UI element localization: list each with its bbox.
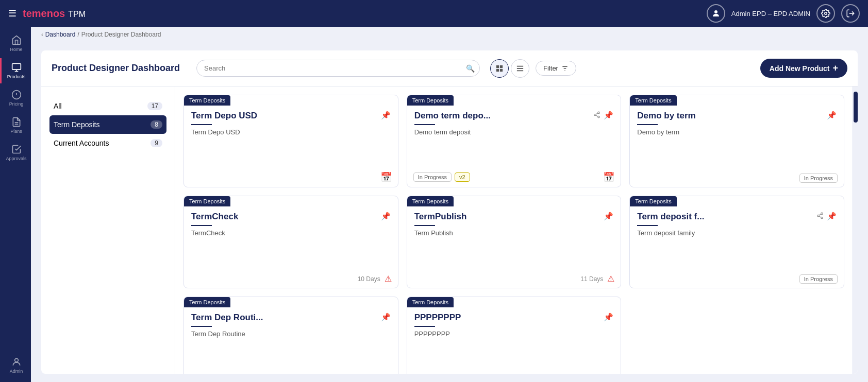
filter-term-deposits[interactable]: Term Deposits 8 bbox=[49, 115, 166, 134]
filter-current-count: 9 bbox=[151, 139, 162, 147]
pin-icon[interactable]: 📌 bbox=[604, 212, 613, 221]
filter-term-count: 8 bbox=[151, 120, 162, 129]
card-header-row: PPPPPPPP 📌 bbox=[414, 312, 614, 323]
card-termpublish[interactable]: Term Deposits TermPublish 📌 Term Publish… bbox=[407, 196, 622, 288]
svg-point-22 bbox=[598, 112, 600, 114]
card-tag: Term Deposits bbox=[407, 297, 454, 307]
card-desc: PPPPPPPP bbox=[414, 330, 614, 374]
content-area: Product Designer Dashboard 🔍 Filter bbox=[31, 42, 868, 382]
card-divider bbox=[414, 124, 435, 125]
sidebar-item-plans[interactable]: Plans bbox=[0, 113, 31, 138]
scroll-thumb bbox=[854, 92, 858, 123]
svg-line-25 bbox=[596, 115, 598, 116]
pin-icon[interactable]: 📌 bbox=[381, 111, 391, 120]
filter-term-label: Term Deposits bbox=[54, 120, 99, 129]
card-footer: In Progress v2 📅 bbox=[407, 168, 621, 187]
svg-rect-13 bbox=[500, 65, 503, 67]
card-divider bbox=[414, 326, 435, 327]
search-input[interactable] bbox=[196, 60, 480, 77]
card-demo-term-depo[interactable]: Term Deposits Demo term depo... 📌 bbox=[407, 95, 622, 187]
card-body: Demo term depo... 📌 Demo term deposit bbox=[407, 106, 621, 168]
user-label: Admin EPD – EPD ADMIN bbox=[731, 10, 810, 18]
svg-rect-14 bbox=[496, 68, 499, 71]
svg-point-27 bbox=[821, 213, 823, 215]
card-divider bbox=[191, 124, 212, 125]
card-pppppppp[interactable]: Term Deposits PPPPPPPP 📌 PPPPPPPP bbox=[407, 297, 622, 374]
card-body: PPPPPPPP 📌 PPPPPPPP bbox=[407, 307, 621, 374]
svg-point-29 bbox=[821, 217, 823, 219]
card-title: Demo by term bbox=[637, 111, 695, 121]
pin-icon[interactable]: 📌 bbox=[604, 312, 613, 322]
add-new-label: Add New Product bbox=[770, 64, 830, 73]
svg-point-11 bbox=[14, 358, 18, 362]
card-body: Term Dep Routi... 📌 Term Dep Routine bbox=[184, 307, 398, 374]
svg-rect-15 bbox=[500, 68, 503, 71]
filter-button[interactable]: Filter bbox=[536, 61, 576, 76]
breadcrumb: ‹ Dashboard / Product Designer Dashboard bbox=[31, 27, 868, 42]
days-text: 10 Days bbox=[358, 275, 380, 283]
vertical-scrollbar[interactable] bbox=[853, 86, 858, 374]
sidebar-item-pricing[interactable]: Pricing bbox=[0, 85, 31, 111]
logout-icon[interactable] bbox=[841, 4, 860, 23]
breadcrumb-sep: / bbox=[77, 31, 79, 38]
card-term-deposit-family[interactable]: Term Deposits Term deposit f... 📌 bbox=[629, 196, 844, 288]
filter-all[interactable]: All 17 bbox=[49, 97, 166, 115]
pin-icon[interactable]: 📌 bbox=[604, 111, 613, 120]
breadcrumb-home-link[interactable]: Dashboard bbox=[45, 31, 76, 38]
filter-current-accounts[interactable]: Current Accounts 9 bbox=[49, 134, 166, 152]
in-progress-badge: In Progress bbox=[413, 172, 452, 182]
card-body: Term deposit f... 📌 Term deposit family bbox=[630, 206, 844, 271]
card-header-row: Term Dep Routi... 📌 bbox=[191, 312, 391, 323]
hamburger-icon[interactable]: ☰ bbox=[8, 8, 16, 19]
sidebar-pricing-label: Pricing bbox=[9, 101, 24, 107]
brand-sub: TPM bbox=[68, 10, 86, 19]
user-avatar-icon[interactable] bbox=[707, 4, 725, 23]
calendar-icon: 📅 bbox=[380, 171, 392, 183]
card-title: PPPPPPPP bbox=[414, 312, 461, 323]
pin-icon[interactable]: 📌 bbox=[381, 212, 391, 221]
share-icon[interactable] bbox=[593, 111, 600, 120]
card-header-row: Demo term depo... 📌 bbox=[414, 111, 614, 121]
sidebar-item-approvals[interactable]: Approvals bbox=[0, 140, 31, 165]
sidebar-item-admin[interactable]: Admin bbox=[0, 353, 31, 378]
card-term-dep-routine[interactable]: Term Deposits Term Dep Routi... 📌 Term D… bbox=[183, 297, 398, 374]
card-desc: Term Depo USD bbox=[191, 128, 391, 163]
card-header-row: TermPublish 📌 bbox=[414, 212, 614, 222]
svg-point-23 bbox=[594, 114, 596, 116]
card-header-row: TermCheck 📌 bbox=[191, 212, 391, 222]
settings-icon[interactable] bbox=[816, 4, 835, 23]
cards-area: Term Deposits Term Depo USD 📌 Term Depo … bbox=[175, 86, 853, 374]
card-divider bbox=[637, 124, 658, 125]
card-body: TermPublish 📌 Term Publish bbox=[407, 206, 621, 271]
card-termcheck[interactable]: Term Deposits TermCheck 📌 TermCheck 10 D… bbox=[183, 196, 398, 288]
filter-all-label: All bbox=[54, 102, 62, 110]
list-view-button[interactable] bbox=[511, 59, 529, 78]
card-body: Term Depo USD 📌 Term Depo USD bbox=[184, 106, 398, 168]
body-panel: All 17 Term Deposits 8 Current Accounts … bbox=[41, 86, 858, 374]
svg-rect-3 bbox=[12, 64, 21, 70]
card-demo-by-term[interactable]: Term Deposits Demo by term 📌 Demo by ter… bbox=[629, 95, 844, 187]
card-desc: Term Dep Routine bbox=[191, 330, 391, 374]
card-footer: In Progress bbox=[630, 271, 844, 288]
svg-line-30 bbox=[819, 216, 821, 217]
share-icon[interactable] bbox=[816, 212, 824, 221]
card-tag: Term Deposits bbox=[184, 196, 230, 206]
search-box: 🔍 bbox=[196, 60, 480, 77]
card-tag: Term Deposits bbox=[184, 95, 230, 106]
sidebar-item-products[interactable]: Products bbox=[0, 58, 31, 83]
pin-icon[interactable]: 📌 bbox=[827, 212, 837, 221]
svg-rect-12 bbox=[496, 65, 499, 67]
card-term-depo-usd[interactable]: Term Deposits Term Depo USD 📌 Term Depo … bbox=[183, 95, 398, 187]
sidebar-approvals-label: Approvals bbox=[6, 156, 26, 161]
card-title: TermPublish bbox=[414, 212, 467, 222]
card-header-row: Term Depo USD 📌 bbox=[191, 111, 391, 121]
sidebar-item-home[interactable]: Home bbox=[0, 31, 31, 56]
view-toggles bbox=[490, 59, 529, 78]
pin-icon[interactable]: 📌 bbox=[381, 312, 391, 322]
card-divider bbox=[191, 326, 212, 327]
card-tag: Term Deposits bbox=[407, 196, 454, 206]
pin-icon[interactable]: 📌 bbox=[827, 111, 837, 120]
add-new-product-button[interactable]: Add New Product + bbox=[760, 59, 847, 78]
sidebar: Home Products Pricing Plans Approvals Ad… bbox=[0, 27, 31, 382]
grid-view-button[interactable] bbox=[490, 59, 509, 78]
